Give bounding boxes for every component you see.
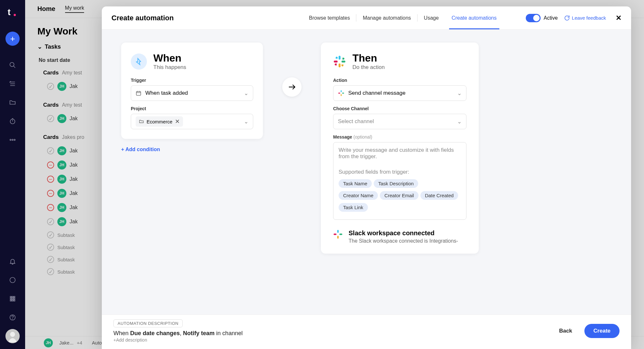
main-content: Home My work My Work ⌄ Tasks No start da… — [25, 0, 644, 349]
modal-title: Create automation — [111, 14, 174, 22]
chevron-down-icon: ⌄ — [244, 118, 248, 125]
slack-icon — [333, 55, 346, 68]
svg-point-11 — [12, 139, 13, 141]
field-chip-creator-name[interactable]: Creator Name — [339, 191, 378, 200]
channel-label: Choose Channel — [333, 106, 466, 111]
modal-tab-usage[interactable]: Usage — [418, 6, 445, 29]
connection-card: Slack workspace connected The Slack work… — [333, 229, 466, 244]
svg-rect-44 — [341, 90, 342, 92]
app-sidebar: t + — [0, 0, 25, 349]
svg-rect-48 — [337, 230, 339, 233]
svg-rect-18 — [12, 298, 13, 299]
feedback-label: Leave feedback — [572, 15, 606, 21]
project-chip: Ecommerce ✕ — [136, 116, 183, 127]
app-logo: t — [6, 6, 19, 19]
help-icon[interactable] — [5, 310, 20, 325]
svg-point-24 — [13, 319, 13, 319]
svg-rect-46 — [341, 94, 342, 96]
close-icon[interactable]: ✕ — [616, 14, 621, 22]
modal-tab-create-automations[interactable]: Create automations — [445, 6, 503, 29]
svg-rect-41 — [341, 64, 343, 65]
message-textarea[interactable]: Write your message and customize it with… — [333, 142, 466, 220]
channel-placeholder: Select channel — [338, 118, 374, 125]
add-button[interactable]: + — [5, 32, 20, 46]
bell-icon[interactable] — [5, 254, 20, 268]
modal-tab-manage-automations[interactable]: Manage automations — [356, 6, 417, 29]
automation-modal: Create automation Browse templatesManage… — [102, 6, 631, 349]
remove-chip-icon[interactable]: ✕ — [175, 118, 180, 125]
more-icon[interactable] — [5, 133, 20, 147]
message-label: Message (optional) — [333, 134, 466, 140]
svg-rect-37 — [336, 58, 338, 59]
field-chip-date-created[interactable]: Date Created — [420, 191, 458, 200]
action-label: Action — [333, 78, 466, 83]
field-chip-task-description[interactable]: Task Description — [374, 179, 418, 188]
timer-icon[interactable] — [5, 114, 20, 128]
modal-header: Create automation Browse templatesManage… — [102, 6, 631, 30]
svg-point-1 — [14, 14, 16, 16]
connection-sub: The Slack workspace connected is Integra… — [349, 238, 458, 244]
slack-icon — [333, 229, 343, 239]
user-avatar[interactable] — [5, 329, 20, 343]
action-value: Send channel message — [348, 90, 406, 96]
svg-rect-27 — [136, 92, 141, 95]
trigger-value: When task added — [145, 90, 188, 96]
svg-rect-51 — [334, 234, 337, 235]
back-button[interactable]: Back — [553, 324, 578, 338]
then-column: Then Do the action Action Send channel m… — [321, 43, 479, 315]
then-card: Then Do the action Action Send channel m… — [321, 43, 479, 254]
project-label: Project — [131, 106, 253, 111]
field-chip-task-name[interactable]: Task Name — [339, 179, 372, 188]
svg-line-3 — [14, 66, 15, 68]
connection-title: Slack workspace connected — [349, 229, 458, 237]
svg-rect-34 — [339, 63, 341, 67]
svg-point-2 — [10, 63, 14, 67]
svg-rect-45 — [342, 93, 344, 94]
svg-point-10 — [10, 139, 11, 141]
create-button[interactable]: Create — [584, 324, 620, 338]
svg-rect-43 — [336, 63, 337, 65]
then-sub: Do the action — [352, 64, 385, 71]
project-select[interactable]: Ecommerce ✕ ⌄ — [131, 114, 253, 129]
svg-text:t: t — [8, 7, 11, 17]
svg-rect-35 — [334, 61, 338, 63]
when-title: When — [153, 52, 186, 64]
svg-rect-19 — [14, 298, 15, 299]
svg-rect-39 — [342, 58, 343, 60]
trigger-label: Trigger — [131, 78, 253, 83]
svg-point-26 — [10, 332, 15, 337]
when-sub: This happens — [153, 64, 186, 71]
folder-icon[interactable] — [5, 95, 20, 110]
action-select[interactable]: Send channel message ⌄ — [333, 85, 466, 101]
chat-icon[interactable] — [5, 273, 20, 287]
description-line: When Due date changes, Notify team in ch… — [113, 330, 243, 337]
trigger-select[interactable]: When task added ⌄ — [131, 85, 253, 101]
chevron-down-icon: ⌄ — [244, 90, 248, 97]
svg-rect-16 — [14, 296, 15, 298]
field-chip-task-link[interactable]: Task Link — [339, 203, 368, 212]
arrow-connector — [282, 77, 302, 97]
channel-select[interactable]: Select channel ⌄ — [333, 114, 466, 129]
trigger-icon — [131, 53, 147, 70]
add-description-button[interactable]: +Add description — [113, 337, 243, 343]
message-placeholder: Write your message and customize it with… — [339, 147, 461, 160]
search-icon[interactable] — [5, 58, 20, 72]
when-column: When This happens Trigger When task adde… — [121, 43, 263, 315]
leave-feedback-link[interactable]: Leave feedback — [564, 15, 606, 21]
field-chip-creator-email[interactable]: Creator Email — [380, 191, 418, 200]
apps-icon[interactable] — [5, 292, 20, 306]
modal-tab-browse-templates[interactable]: Browse templates — [303, 6, 356, 29]
description-badge: AUTOMATION DESCRIPTION — [113, 319, 183, 327]
svg-rect-32 — [339, 56, 341, 60]
svg-rect-33 — [341, 61, 345, 63]
svg-point-7 — [10, 119, 15, 124]
active-toggle[interactable] — [526, 14, 541, 22]
folder-icon — [139, 119, 144, 124]
tasks-icon[interactable] — [5, 77, 20, 91]
add-condition-button[interactable]: + Add condition — [121, 147, 263, 152]
chevron-down-icon: ⌄ — [457, 118, 462, 125]
supported-fields-label: Supported fields from trigger: — [339, 169, 461, 175]
svg-rect-15 — [12, 296, 13, 298]
svg-rect-50 — [337, 236, 339, 239]
active-label: Active — [544, 15, 558, 21]
